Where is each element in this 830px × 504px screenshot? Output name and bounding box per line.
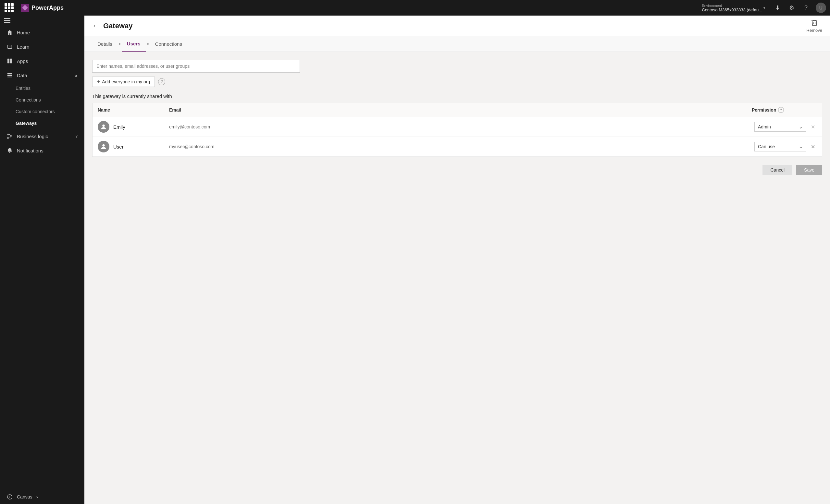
app-name: PowerApps xyxy=(31,4,64,11)
user-search-input[interactable] xyxy=(92,60,300,73)
sidebar-canvas-label: Canvas xyxy=(17,494,32,500)
user-permission-select[interactable]: Can use ⌄ xyxy=(754,142,806,152)
sidebar-learn-label: Learn xyxy=(17,44,78,49)
svg-point-16 xyxy=(102,144,104,146)
sidebar-item-notifications[interactable]: Notifications xyxy=(0,143,85,158)
sidebar-sub-gateways[interactable]: Gateways xyxy=(0,117,85,129)
svg-rect-0 xyxy=(8,45,12,48)
emily-avatar xyxy=(98,121,109,133)
inner-content: + Add everyone in my org ? This gateway … xyxy=(85,52,830,504)
sidebar-item-home[interactable]: Home xyxy=(0,25,85,40)
trash-icon xyxy=(810,19,818,27)
sidebar-data-label: Data xyxy=(17,73,70,78)
user-permission-chevron-icon: ⌄ xyxy=(799,144,803,149)
sidebar-bottom-canvas[interactable]: ? Canvas ∨ xyxy=(0,490,85,504)
shared-with-label: This gateway is currently shared with xyxy=(92,93,822,99)
canvas-icon: ? xyxy=(6,494,13,500)
user-avatar[interactable]: U xyxy=(816,3,826,13)
remove-label: Remove xyxy=(807,28,822,33)
sidebar-sub-custom-connectors[interactable]: Custom connectors xyxy=(0,106,85,117)
svg-rect-8 xyxy=(7,75,12,76)
hamburger-menu-icon[interactable] xyxy=(4,18,81,23)
plus-icon: + xyxy=(97,79,100,85)
svg-rect-3 xyxy=(7,59,9,61)
user-permission-value: Can use xyxy=(758,144,775,149)
svg-rect-7 xyxy=(7,73,12,75)
apps-icon xyxy=(6,58,13,64)
back-button[interactable]: ← xyxy=(92,22,99,30)
environment-label: Environment xyxy=(702,4,762,7)
environment-name: Contoso M365x933833 (defau... xyxy=(702,7,762,12)
sidebar-business-logic-label: Business logic xyxy=(17,134,71,139)
app-logo: PowerApps xyxy=(17,4,64,12)
sidebar-item-apps[interactable]: Apps xyxy=(0,54,85,68)
learn-icon xyxy=(6,43,13,50)
save-button[interactable]: Save xyxy=(796,165,822,175)
sidebar-entities-label: Entities xyxy=(15,86,31,91)
sidebar-custom-connectors-label: Custom connectors xyxy=(15,109,55,114)
download-icon[interactable]: ⬇ xyxy=(773,3,782,12)
waffle-icon[interactable] xyxy=(4,3,14,13)
svg-text:?: ? xyxy=(8,496,10,499)
tab-details[interactable]: Details xyxy=(92,37,118,51)
add-everyone-label: Add everyone in my org xyxy=(102,79,150,84)
tab-users[interactable]: Users xyxy=(122,36,146,52)
environment-chevron-icon: ▾ xyxy=(763,6,765,10)
user-table: Name Email Permission ? Emily emily@cont… xyxy=(92,103,822,157)
user-avatar-row xyxy=(98,141,109,153)
sidebar-bottom: ? Canvas ∨ xyxy=(0,490,85,504)
emily-permission-value: Admin xyxy=(758,124,771,129)
col-header-email: Email xyxy=(169,107,752,112)
add-everyone-help-icon[interactable]: ? xyxy=(158,78,165,85)
svg-rect-5 xyxy=(7,61,9,63)
avatar-icon xyxy=(100,123,107,130)
table-header: Name Email Permission ? xyxy=(93,103,822,117)
help-icon[interactable]: ? xyxy=(801,3,810,12)
sidebar-notifications-label: Notifications xyxy=(17,148,78,154)
sidebar-connections-label: Connections xyxy=(15,97,41,102)
page-header: ← Gateway Remove xyxy=(85,15,830,36)
tab-connections-label: Connections xyxy=(155,41,182,47)
add-everyone-button[interactable]: + Add everyone in my org xyxy=(92,76,155,87)
svg-rect-9 xyxy=(7,77,12,77)
emily-name: Emily xyxy=(113,124,169,130)
business-logic-chevron-icon: ∨ xyxy=(75,134,78,138)
bell-icon xyxy=(6,147,13,154)
permission-label: Permission xyxy=(752,107,776,112)
settings-icon[interactable]: ⚙ xyxy=(787,3,796,12)
remove-button[interactable]: Remove xyxy=(807,19,822,33)
tabs-bar: Details Users Connections xyxy=(85,36,830,52)
data-icon xyxy=(6,72,13,78)
svg-point-15 xyxy=(102,125,104,127)
emily-permission-chevron-icon: ⌄ xyxy=(799,124,803,129)
home-icon xyxy=(6,29,13,36)
emily-remove-icon[interactable]: ✕ xyxy=(809,123,817,131)
footer-buttons: Cancel Save xyxy=(92,165,822,175)
table-row: Emily emily@contoso.com Admin ⌄ ✕ xyxy=(93,117,822,137)
tab-separator-1 xyxy=(119,43,121,45)
sidebar-item-data[interactable]: Data ▲ xyxy=(0,68,85,82)
sidebar-item-learn[interactable]: Learn xyxy=(0,40,85,54)
environment-selector[interactable]: Environment Contoso M365x933833 (defau..… xyxy=(702,4,765,12)
tab-users-label: Users xyxy=(127,41,140,46)
sidebar-sub-connections[interactable]: Connections xyxy=(0,94,85,106)
cancel-button[interactable]: Cancel xyxy=(763,165,792,175)
permission-help-icon[interactable]: ? xyxy=(778,107,784,113)
canvas-chevron-icon: ∨ xyxy=(36,495,39,499)
sidebar-sub-entities[interactable]: Entities xyxy=(0,82,85,94)
avatar-icon xyxy=(100,143,107,150)
emily-email: emily@contoso.com xyxy=(169,124,754,129)
sidebar: Home Learn Apps Data ▲ Entities Connecti… xyxy=(0,15,85,504)
emily-permission-select[interactable]: Admin ⌄ xyxy=(754,122,806,132)
col-header-name: Name xyxy=(98,107,169,112)
tab-separator-2 xyxy=(147,43,149,45)
svg-point-12 xyxy=(11,136,12,137)
sidebar-item-business-logic[interactable]: Business logic ∨ xyxy=(0,129,85,143)
data-chevron-icon: ▲ xyxy=(74,73,78,77)
svg-point-10 xyxy=(7,134,9,135)
sidebar-home-label: Home xyxy=(17,30,78,35)
user-remove-icon[interactable]: ✕ xyxy=(809,143,817,150)
flow-icon xyxy=(6,133,13,139)
sidebar-gateways-label: Gateways xyxy=(15,121,37,126)
tab-connections[interactable]: Connections xyxy=(150,37,187,51)
